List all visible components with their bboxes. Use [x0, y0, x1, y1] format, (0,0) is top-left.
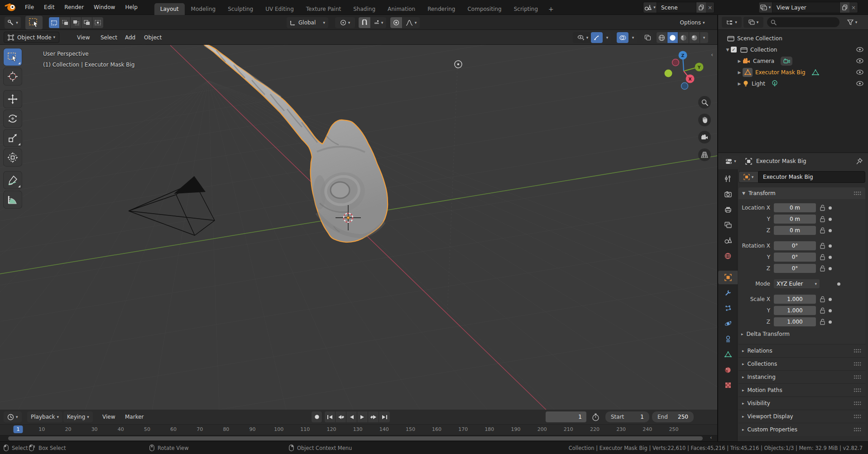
viewport-menu-object[interactable]: Object: [139, 30, 166, 45]
scrollbar-thumb[interactable]: [8, 436, 703, 440]
snap-settings-dropdown[interactable]: ▾: [371, 17, 386, 28]
tab-layout[interactable]: Layout: [154, 3, 185, 15]
tool-select-box[interactable]: [4, 48, 22, 66]
mesh-data-icon[interactable]: [812, 69, 819, 76]
panel-grip[interactable]: [854, 414, 861, 419]
playhead-current-frame[interactable]: 1: [14, 425, 23, 433]
scene-browse-button[interactable]: ▾: [643, 2, 657, 13]
lock-icon[interactable]: [820, 227, 825, 234]
location-z-field[interactable]: 0 m: [774, 226, 816, 235]
pan-button[interactable]: [698, 114, 711, 126]
lock-icon[interactable]: [820, 254, 825, 260]
proportional-falloff-dropdown[interactable]: ▾: [403, 17, 420, 28]
location-x-field[interactable]: 0 m: [774, 203, 816, 212]
lock-icon[interactable]: [820, 296, 825, 302]
viewport-menu-select[interactable]: Select: [96, 30, 122, 45]
animate-dot[interactable]: [829, 256, 832, 259]
animate-dot[interactable]: [829, 309, 832, 312]
viewport-menu-add[interactable]: Add: [120, 30, 140, 45]
panel-motion-paths[interactable]: ▸Motion Paths: [739, 383, 865, 397]
viewport-menu-view[interactable]: View: [72, 30, 94, 45]
overlays-dropdown[interactable]: ▾: [629, 32, 637, 43]
shading-rendered-button[interactable]: [689, 32, 700, 43]
rotation-mode-dropdown[interactable]: XYZ Euler▾: [774, 279, 820, 288]
tool-move[interactable]: [4, 91, 22, 108]
shading-wireframe-button[interactable]: [657, 32, 667, 43]
scene-unlink-button[interactable]: ×: [706, 2, 714, 13]
disclosure-triangle[interactable]: ▶: [736, 70, 743, 75]
rotation-x-field[interactable]: 0°: [774, 241, 816, 250]
gizmos-dropdown[interactable]: ▾: [603, 32, 611, 43]
gizmo-neg-x-axis[interactable]: [672, 59, 679, 66]
overlays-toggle[interactable]: [617, 32, 628, 43]
timeline-scrollbar[interactable]: ‹: [0, 435, 718, 441]
select-mode-intersect[interactable]: [92, 17, 103, 28]
tab-object-data[interactable]: [718, 348, 738, 361]
animate-dot[interactable]: [829, 267, 832, 270]
scale-y-field[interactable]: 1.000: [774, 306, 816, 315]
panel-visibility[interactable]: ▸Visibility: [739, 397, 865, 410]
hide-toggle-eye-icon[interactable]: [856, 47, 863, 52]
lock-icon[interactable]: [820, 216, 825, 222]
panel-instancing[interactable]: ▸Instancing: [739, 370, 865, 383]
stopwatch-icon[interactable]: [592, 413, 599, 421]
panel-relations[interactable]: ▸Relations: [739, 344, 865, 357]
tab-constraints[interactable]: [718, 332, 738, 346]
options-dropdown[interactable]: Options ▾: [676, 17, 709, 28]
menu-window[interactable]: Window: [89, 0, 120, 15]
select-mode-subtract[interactable]: [71, 17, 82, 28]
active-tool-select-box[interactable]: [25, 16, 43, 29]
light-gizmo[interactable]: [455, 61, 462, 68]
camera-object[interactable]: [129, 176, 215, 235]
outliner-filter-type-dropdown[interactable]: ▾: [743, 17, 763, 28]
outliner-row-collection[interactable]: ▼ ✓ Collection: [718, 44, 868, 55]
hide-toggle-eye-icon[interactable]: [856, 70, 863, 75]
lock-icon[interactable]: [820, 205, 825, 211]
menu-render[interactable]: Render: [59, 0, 89, 15]
menu-edit[interactable]: Edit: [39, 0, 59, 15]
rotation-y-field[interactable]: 0°: [774, 253, 816, 262]
3d-viewport[interactable]: User Perspective (1) Collection | Execut…: [0, 45, 718, 410]
record-button[interactable]: [312, 411, 322, 422]
tool-scale[interactable]: [4, 129, 22, 147]
delta-transform-panel[interactable]: ▸Delta Transform: [739, 329, 865, 339]
tab-sculpting[interactable]: Sculpting: [222, 3, 259, 15]
tab-texture-paint[interactable]: Texture Paint: [300, 3, 347, 15]
ortho-toggle-button[interactable]: [698, 148, 711, 161]
frame-end-field[interactable]: End250: [652, 411, 694, 422]
camera-view-button[interactable]: [698, 131, 711, 143]
gizmo-neg-y-axis[interactable]: [665, 70, 672, 77]
tab-animation[interactable]: Animation: [382, 3, 421, 15]
panel-grip[interactable]: [854, 191, 861, 196]
disclosure-triangle[interactable]: ▶: [736, 81, 743, 86]
tool-annotate[interactable]: [4, 172, 22, 189]
tab-modeling[interactable]: Modeling: [185, 3, 222, 15]
mode-dropdown[interactable]: Object Mode ▾: [4, 32, 59, 43]
tab-tool[interactable]: [718, 172, 738, 186]
panel-custom-properties[interactable]: ▸Custom Properties: [739, 423, 865, 436]
outliner-search-input[interactable]: [767, 17, 839, 27]
tool-measure[interactable]: [4, 191, 22, 208]
marker-menu[interactable]: Marker: [121, 411, 147, 422]
frame-start-field[interactable]: Start1: [605, 411, 649, 422]
transform-orientation-dropdown[interactable]: Global ▾: [287, 17, 328, 28]
pivot-point-dropdown[interactable]: ▾: [335, 17, 355, 28]
outliner-row-scene-collection[interactable]: Scene Collection: [718, 33, 868, 44]
proportional-editing-toggle[interactable]: [390, 17, 402, 28]
tab-object[interactable]: [718, 271, 738, 284]
hide-toggle-eye-icon[interactable]: [856, 58, 863, 63]
tab-rendering[interactable]: Rendering: [422, 3, 461, 15]
jump-next-keyframe-button[interactable]: [368, 411, 379, 422]
location-y-field[interactable]: 0 m: [774, 215, 816, 224]
tab-scripting[interactable]: Scripting: [508, 3, 544, 15]
timeline-view-menu[interactable]: View: [99, 411, 119, 422]
scale-z-field[interactable]: 1.000: [774, 317, 816, 326]
animate-dot[interactable]: [829, 218, 832, 221]
timeline-collapse-arrow[interactable]: ‹: [710, 435, 712, 440]
panel-viewport-display[interactable]: ▸Viewport Display: [739, 410, 865, 423]
shading-dropdown[interactable]: ▾: [700, 32, 708, 43]
menu-help[interactable]: Help: [120, 0, 142, 15]
gizmos-toggle[interactable]: [591, 32, 603, 43]
xray-toggle[interactable]: [642, 32, 653, 43]
jump-to-start-button[interactable]: [325, 411, 336, 422]
